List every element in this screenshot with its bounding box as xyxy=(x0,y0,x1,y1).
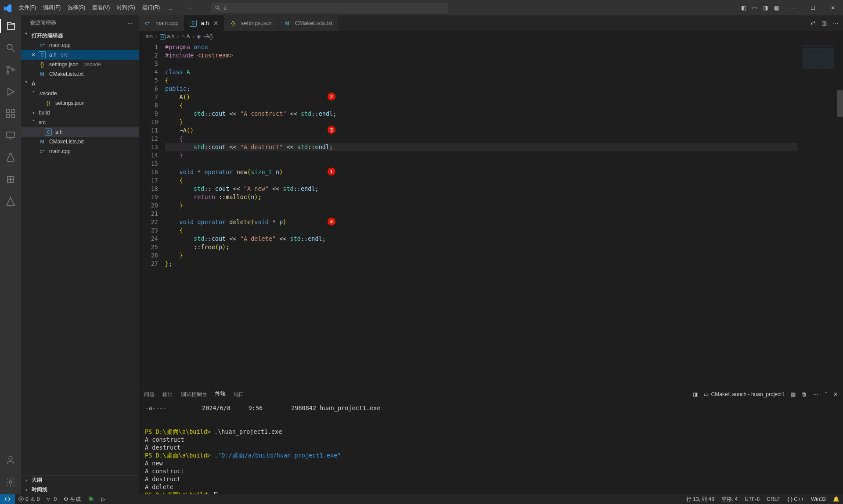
code-line[interactable]: std::cout << "A delete" << std::endl; xyxy=(165,235,797,243)
code-line[interactable]: void * operator new(size_t n) xyxy=(165,168,797,176)
code-line[interactable]: return ::malloc(n); xyxy=(165,193,797,201)
panel-more-icon[interactable]: ⋯ xyxy=(813,391,818,397)
file-tree-item[interactable]: Ca.h xyxy=(21,127,139,137)
project-header[interactable]: ˅ A xyxy=(21,79,139,89)
panel-close-icon[interactable]: ✕ xyxy=(833,391,838,397)
status-problems[interactable]: ⓧ0 ⚠0 xyxy=(15,494,43,504)
menu-item[interactable]: … xyxy=(163,0,176,15)
file-tree-item[interactable]: {}settings.json xyxy=(21,98,139,108)
code-line[interactable]: }; xyxy=(165,260,797,268)
split-terminal-icon[interactable]: ▥ xyxy=(791,391,796,397)
timeline-header[interactable]: ›时间线 xyxy=(21,485,139,494)
editor-tab[interactable]: Ca.h✕ xyxy=(184,15,224,31)
status-indent[interactable]: 空格: 4 xyxy=(718,494,741,504)
run-debug-icon[interactable] xyxy=(0,85,21,99)
code-line[interactable]: void operator delete(void * p) xyxy=(165,218,797,226)
kill-terminal-icon[interactable]: 🗑 xyxy=(802,391,807,397)
code-line[interactable]: class A xyxy=(165,68,797,76)
cmake-icon[interactable] xyxy=(0,172,21,186)
status-cmake-build[interactable]: ⚙生成 xyxy=(60,494,84,504)
settings-gear-icon[interactable] xyxy=(0,475,21,489)
cmake-outline-icon[interactable] xyxy=(0,194,21,208)
code-line[interactable]: { xyxy=(165,226,797,235)
status-cursor-position[interactable]: 行 13, 列 48 xyxy=(683,494,718,504)
more-icon[interactable]: ⋯ xyxy=(833,20,839,26)
status-platform[interactable]: Win32 xyxy=(807,494,829,504)
breadcrumb[interactable]: src›Ca.h›⌂A›◈~A() xyxy=(139,31,843,42)
layout-panel-bottom-icon[interactable]: ▭ xyxy=(752,5,757,11)
code-line[interactable]: std::cout << "A destruct" << std::endl; xyxy=(165,143,797,151)
menu-item[interactable]: 转到(G) xyxy=(113,0,138,15)
menu-item[interactable]: 选择(S) xyxy=(64,0,89,15)
status-language[interactable]: { } C++ xyxy=(784,494,807,504)
open-editor-item[interactable]: ✕Ca.hsrc xyxy=(21,50,139,60)
layout-panel-right-icon[interactable]: ◨ xyxy=(763,5,768,11)
code-line[interactable]: { xyxy=(165,101,797,110)
nav-forward-icon[interactable]: → xyxy=(200,5,205,11)
code-editor[interactable]: #pragma once#include <iostream> class A{… xyxy=(165,42,797,387)
code-line[interactable]: #include <iostream> xyxy=(165,51,797,60)
open-editor-item[interactable]: C⁺main.cpp xyxy=(21,40,139,50)
code-line[interactable]: } xyxy=(165,251,797,260)
close-editor-icon[interactable]: ✕ xyxy=(30,52,37,58)
code-line[interactable]: { xyxy=(165,135,797,143)
menu-item[interactable]: 运行(R) xyxy=(139,0,164,15)
sidebar-more-icon[interactable]: ⋯ xyxy=(127,20,133,26)
panel-tab[interactable]: 调试控制台 xyxy=(181,391,207,398)
testing-icon[interactable] xyxy=(0,150,21,164)
code-line[interactable]: } xyxy=(165,201,797,210)
open-editor-item[interactable]: MCMakeLists.txt xyxy=(21,69,139,79)
code-line[interactable]: std::cout << "A construct" << std::endl; xyxy=(165,110,797,118)
split-icon[interactable]: ▥ xyxy=(821,20,827,26)
code-line[interactable]: std:: cout << "A new" << std::endl; xyxy=(165,185,797,193)
file-tree-item[interactable]: MCMakeLists.txt xyxy=(21,137,139,147)
file-tree-item[interactable]: ˅src xyxy=(21,118,139,127)
open-editor-item[interactable]: {}settings.json.vscode xyxy=(21,60,139,69)
panel-maximize-icon[interactable]: ˄ xyxy=(825,391,827,397)
panel-tab[interactable]: 输出 xyxy=(162,391,173,398)
extensions-icon[interactable] xyxy=(0,107,21,121)
breadcrumb-segment[interactable]: ⌂A xyxy=(181,33,190,39)
open-editors-header[interactable]: ˅ 打开的编辑器 xyxy=(21,31,139,40)
code-line[interactable]: A() xyxy=(165,93,797,101)
code-line[interactable]: #pragma once xyxy=(165,43,797,51)
breadcrumb-segment[interactable]: ◈~A() xyxy=(197,33,213,39)
explorer-icon[interactable] xyxy=(0,19,21,33)
menu-item[interactable]: 查看(V) xyxy=(89,0,113,15)
compare-icon[interactable]: ⇄ xyxy=(811,20,815,26)
status-notifications-icon[interactable]: 🔔 xyxy=(829,494,843,504)
status-eol[interactable]: CRLF xyxy=(763,494,784,504)
file-tree-item[interactable]: ˅.vscode xyxy=(21,89,139,98)
source-control-icon[interactable] xyxy=(0,63,21,77)
layout-panel-left-icon[interactable]: ◧ xyxy=(741,5,746,11)
panel-layout-icon[interactable]: ◨ xyxy=(693,391,698,397)
code-line[interactable]: { xyxy=(165,76,797,85)
minimap[interactable] xyxy=(797,42,837,387)
accounts-icon[interactable] xyxy=(0,453,21,467)
command-center-search[interactable]: a xyxy=(211,3,448,13)
layout-customize-icon[interactable]: ▦ xyxy=(774,5,779,11)
code-line[interactable]: { xyxy=(165,176,797,185)
code-line[interactable]: } xyxy=(165,118,797,126)
terminal-profile[interactable]: ▭CMake/Launch - huan_project1 xyxy=(704,391,785,397)
editor-tab[interactable]: {}settings.json xyxy=(224,15,278,31)
file-tree-item[interactable]: ›build xyxy=(21,108,139,118)
panel-tab[interactable]: 端口 xyxy=(234,391,244,398)
window-minimize-icon[interactable]: ─ xyxy=(782,0,803,15)
remote-indicator-icon[interactable] xyxy=(0,494,15,504)
window-maximize-icon[interactable]: ☐ xyxy=(803,0,823,15)
code-line[interactable] xyxy=(165,160,797,168)
status-ports[interactable]: ᯤ0 xyxy=(43,494,60,504)
overview-ruler[interactable] xyxy=(837,42,843,387)
editor-tab[interactable]: MCMakeLists.txt xyxy=(278,15,338,31)
terminal-output[interactable]: -a---- 2024/6/8 9:56 2980842 huan_projec… xyxy=(139,401,843,494)
code-line[interactable]: ::free(p); xyxy=(165,243,797,251)
breadcrumb-segment[interactable]: src xyxy=(146,33,153,39)
tab-close-icon[interactable]: ✕ xyxy=(213,20,219,27)
status-cmake-debug-icon[interactable]: 🪲 xyxy=(84,494,98,504)
status-encoding[interactable]: UTF-8 xyxy=(741,494,763,504)
nav-back-icon[interactable]: ← xyxy=(189,5,194,11)
menu-item[interactable]: 文件(F) xyxy=(15,0,40,15)
editor-tab[interactable]: C⁺main.cpp xyxy=(139,15,184,31)
code-line[interactable]: public: xyxy=(165,85,797,93)
